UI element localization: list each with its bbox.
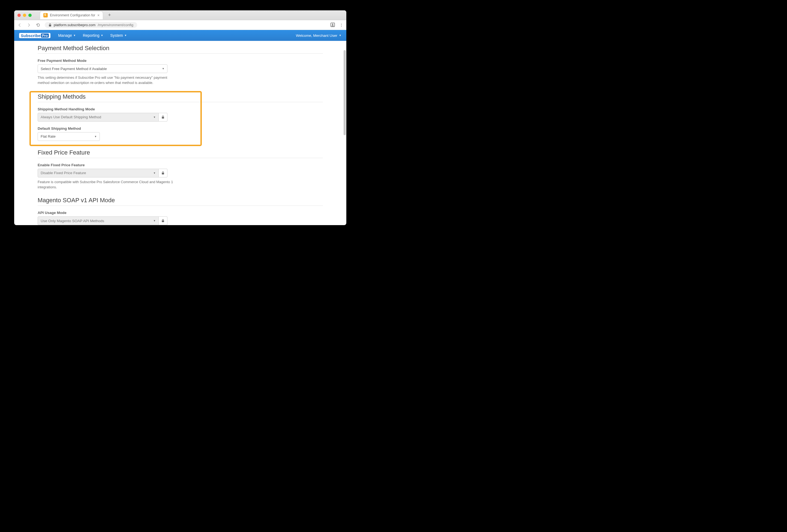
caret-down-icon: ▼ xyxy=(153,219,156,222)
select-value: Use Only Magento SOAP API Methods xyxy=(41,219,104,223)
browser-tab[interactable]: Environment Configuration for × xyxy=(40,11,103,19)
caret-down-icon: ▼ xyxy=(94,135,97,138)
favicon-icon xyxy=(43,13,48,18)
locked-field-icon xyxy=(159,216,167,225)
section-fixed-price: Fixed Price Feature xyxy=(38,149,323,158)
locked-field-icon xyxy=(159,169,167,177)
section-shipping-methods: Shipping Methods xyxy=(38,93,323,102)
logo-sub: Pro xyxy=(41,34,49,38)
caret-down-icon: ▼ xyxy=(153,116,156,118)
caret-down-icon: ▼ xyxy=(73,34,76,37)
svg-rect-4 xyxy=(162,173,164,174)
select-value: Disable Fixed Price Feature xyxy=(41,171,86,175)
content-area: Payment Method Selection Free Payment Me… xyxy=(14,41,346,225)
section-payment-method-selection: Payment Method Selection xyxy=(38,45,323,54)
api-usage-mode-select: Use Only Magento SOAP API Methods ▼ xyxy=(38,216,159,225)
caret-down-icon: ▼ xyxy=(339,34,341,37)
enable-fixed-price-select: Disable Fixed Price Feature ▼ xyxy=(38,169,159,177)
svg-rect-3 xyxy=(162,117,164,118)
welcome-text: Welcome, Merchant User xyxy=(296,34,337,38)
caret-down-icon: ▼ xyxy=(162,67,165,70)
minimize-window-button[interactable] xyxy=(23,14,26,17)
shipping-handling-mode-select: Always Use Default Shipping Method ▼ xyxy=(38,113,159,121)
default-shipping-method-select[interactable]: Flat Rate ▼ xyxy=(38,132,100,141)
caret-down-icon: ▼ xyxy=(153,172,156,174)
api-usage-mode-label: API Usage Mode xyxy=(38,211,323,215)
caret-down-icon: ▼ xyxy=(124,34,127,37)
fixed-price-help: Feature is compatible with Subscribe Pro… xyxy=(38,180,179,190)
locked-field-icon xyxy=(159,113,167,121)
svg-rect-5 xyxy=(162,221,164,222)
caret-down-icon: ▼ xyxy=(101,34,103,37)
close-window-button[interactable] xyxy=(18,14,21,17)
reload-button[interactable] xyxy=(36,22,41,28)
section-magento-soap: Magento SOAP v1 API Mode xyxy=(38,197,323,206)
select-value: Select Free Payment Method if Available xyxy=(41,67,107,71)
back-button[interactable] xyxy=(17,22,22,28)
svg-point-2 xyxy=(332,23,333,24)
svg-rect-0 xyxy=(49,25,51,26)
tab-title: Environment Configuration for xyxy=(50,13,95,17)
close-tab-button[interactable]: × xyxy=(97,13,100,18)
titlebar: Environment Configuration for × + xyxy=(14,10,346,20)
forward-button[interactable] xyxy=(26,22,31,28)
lock-icon xyxy=(48,23,51,27)
logo[interactable]: SubscribePro xyxy=(19,33,50,38)
browser-menu-button[interactable]: ⋮ xyxy=(340,23,344,27)
new-tab-button[interactable]: + xyxy=(108,12,111,18)
menu-system[interactable]: System▼ xyxy=(110,33,127,38)
select-value: Always Use Default Shipping Method xyxy=(41,115,101,119)
url-path: /myenvironment/config xyxy=(98,23,133,27)
select-value: Flat Rate xyxy=(41,134,56,138)
main-menu: Manage▼ Reporting▼ System▼ xyxy=(58,33,127,38)
free-payment-mode-select[interactable]: Select Free Payment Method if Available … xyxy=(38,64,167,73)
maximize-window-button[interactable] xyxy=(28,14,31,17)
menu-manage[interactable]: Manage▼ xyxy=(58,33,76,38)
window-controls xyxy=(18,14,31,17)
profile-icon[interactable] xyxy=(330,22,336,28)
menu-label: Reporting xyxy=(83,33,100,38)
logo-text: Subscribe xyxy=(21,33,41,38)
scrollbar-thumb[interactable] xyxy=(344,50,346,135)
url-field[interactable]: platform.subscribepro.com/myenvironment/… xyxy=(45,22,137,28)
page-scroll[interactable]: Payment Method Selection Free Payment Me… xyxy=(14,41,346,225)
address-bar: platform.subscribepro.com/myenvironment/… xyxy=(14,20,346,30)
menu-label: Manage xyxy=(58,33,72,38)
free-payment-mode-help: This setting determines if Subscribe Pro… xyxy=(38,75,179,86)
menu-label: System xyxy=(110,33,123,38)
browser-window: Environment Configuration for × + platfo… xyxy=(14,10,346,225)
enable-fixed-price-label: Enable Fixed Price Feature xyxy=(38,163,323,167)
user-menu[interactable]: Welcome, Merchant User ▼ xyxy=(296,34,341,38)
menu-reporting[interactable]: Reporting▼ xyxy=(83,33,103,38)
app-navbar: SubscribePro Manage▼ Reporting▼ System▼ … xyxy=(14,30,346,41)
url-host: platform.subscribepro.com xyxy=(54,23,95,27)
default-shipping-method-label: Default Shipping Method xyxy=(38,127,323,131)
free-payment-mode-label: Free Payment Method Mode xyxy=(38,59,323,63)
shipping-handling-mode-label: Shipping Method Handling Mode xyxy=(38,107,323,111)
